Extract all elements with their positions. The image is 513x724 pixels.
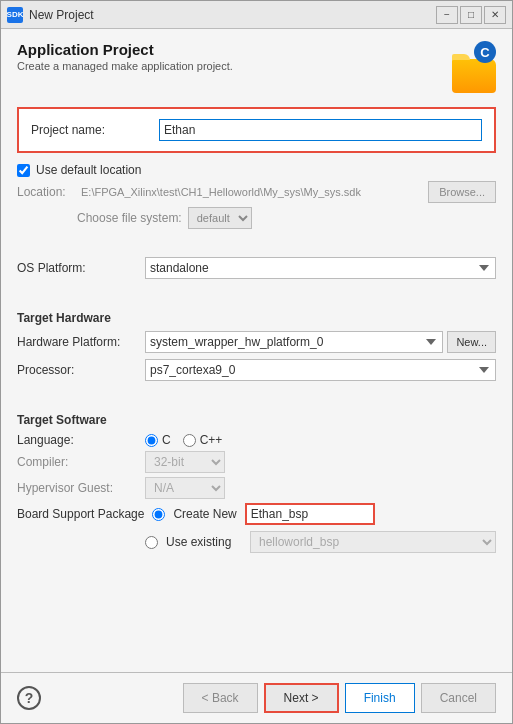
language-c-label[interactable]: C (162, 433, 171, 447)
page-subtitle: Create a managed make application projec… (17, 60, 233, 72)
language-cpp-item: C++ (183, 433, 223, 447)
main-content: Application Project Create a managed mak… (1, 29, 512, 672)
project-name-row: Project name: (31, 119, 482, 141)
target-hardware-section: Target Hardware Hardware Platform: syste… (17, 307, 496, 381)
hardware-platform-row: Hardware Platform: system_wrapper_hw_pla… (17, 331, 496, 353)
project-name-section: Project name: (17, 107, 496, 153)
bsp-create-new-label[interactable]: Create New (173, 507, 236, 521)
bsp-existing-row: Use existing helloworld_bsp (17, 531, 496, 553)
minimize-button[interactable]: − (436, 6, 458, 24)
close-button[interactable]: ✕ (484, 6, 506, 24)
folder-icon (452, 59, 496, 93)
maximize-button[interactable]: □ (460, 6, 482, 24)
location-label: Location: (17, 185, 77, 199)
bsp-label: Board Support Package (17, 507, 144, 521)
language-c-radio[interactable] (145, 434, 158, 447)
bottom-bar: ? < Back Next > Finish Cancel (1, 672, 512, 723)
separator-1 (17, 239, 496, 247)
new-hardware-button[interactable]: New... (447, 331, 496, 353)
bsp-create-new-radio[interactable] (152, 508, 165, 521)
filesystem-label: Choose file system: (77, 211, 182, 225)
hardware-platform-group: system_wrapper_hw_platform_0 New... (145, 331, 496, 353)
hardware-platform-label: Hardware Platform: (17, 335, 137, 349)
language-cpp-radio[interactable] (183, 434, 196, 447)
compiler-select[interactable]: 32-bit (145, 451, 225, 473)
location-value: E:\FPGA_Xilinx\test\CH1_Helloworld\My_sy… (81, 186, 424, 198)
filesystem-row: Choose file system: default (17, 207, 496, 229)
language-radio-group: C C++ (145, 433, 222, 447)
bsp-section: Board Support Package Create New Use exi… (17, 503, 496, 553)
header-text: Application Project Create a managed mak… (17, 41, 233, 72)
processor-row: Processor: ps7_cortexa9_0 (17, 359, 496, 381)
header-icon: C (444, 41, 496, 93)
os-platform-select[interactable]: standalone (145, 257, 496, 279)
location-section: Use default location Location: E:\FPGA_X… (17, 163, 496, 229)
browse-button[interactable]: Browse... (428, 181, 496, 203)
hardware-platform-select[interactable]: system_wrapper_hw_platform_0 (145, 331, 443, 353)
c-language-icon: C (474, 41, 496, 63)
os-platform-row: OS Platform: standalone (17, 257, 496, 279)
processor-select[interactable]: ps7_cortexa9_0 (145, 359, 496, 381)
use-default-location-label[interactable]: Use default location (36, 163, 141, 177)
location-row: Location: E:\FPGA_Xilinx\test\CH1_Hellow… (17, 181, 496, 203)
hypervisor-row: Hypervisor Guest: N/A (17, 477, 496, 499)
cancel-button[interactable]: Cancel (421, 683, 496, 713)
compiler-row: Compiler: 32-bit (17, 451, 496, 473)
target-hardware-label: Target Hardware (17, 311, 496, 325)
processor-label: Processor: (17, 363, 137, 377)
project-name-input[interactable] (159, 119, 482, 141)
filesystem-select[interactable]: default (188, 207, 252, 229)
navigation-buttons: < Back Next > Finish Cancel (41, 683, 496, 713)
compiler-label: Compiler: (17, 455, 137, 469)
finish-button[interactable]: Finish (345, 683, 415, 713)
use-default-location-checkbox[interactable] (17, 164, 30, 177)
back-button[interactable]: < Back (183, 683, 258, 713)
language-cpp-label[interactable]: C++ (200, 433, 223, 447)
new-project-window: SDK New Project − □ ✕ Application Projec… (0, 0, 513, 724)
next-button[interactable]: Next > (264, 683, 339, 713)
bsp-create-row: Board Support Package Create New (17, 503, 496, 525)
os-platform-label: OS Platform: (17, 261, 137, 275)
window-title: New Project (29, 8, 436, 22)
language-label: Language: (17, 433, 137, 447)
app-icon: SDK (7, 7, 23, 23)
target-software-label: Target Software (17, 413, 496, 427)
page-header: Application Project Create a managed mak… (17, 41, 496, 93)
project-name-label: Project name: (31, 123, 151, 137)
target-software-section: Target Software Language: C C++ (17, 409, 496, 553)
hypervisor-label: Hypervisor Guest: (17, 481, 137, 495)
bsp-use-existing-label[interactable]: Use existing (166, 535, 242, 549)
bsp-existing-select[interactable]: helloworld_bsp (250, 531, 496, 553)
hypervisor-select[interactable]: N/A (145, 477, 225, 499)
default-location-row: Use default location (17, 163, 496, 177)
bsp-name-input[interactable] (245, 503, 375, 525)
bsp-use-existing-radio[interactable] (145, 536, 158, 549)
language-c-item: C (145, 433, 171, 447)
help-button[interactable]: ? (17, 686, 41, 710)
separator-3 (17, 391, 496, 399)
separator-2 (17, 289, 496, 297)
window-controls: − □ ✕ (436, 6, 506, 24)
page-title: Application Project (17, 41, 233, 58)
title-bar: SDK New Project − □ ✕ (1, 1, 512, 29)
language-row: Language: C C++ (17, 433, 496, 447)
